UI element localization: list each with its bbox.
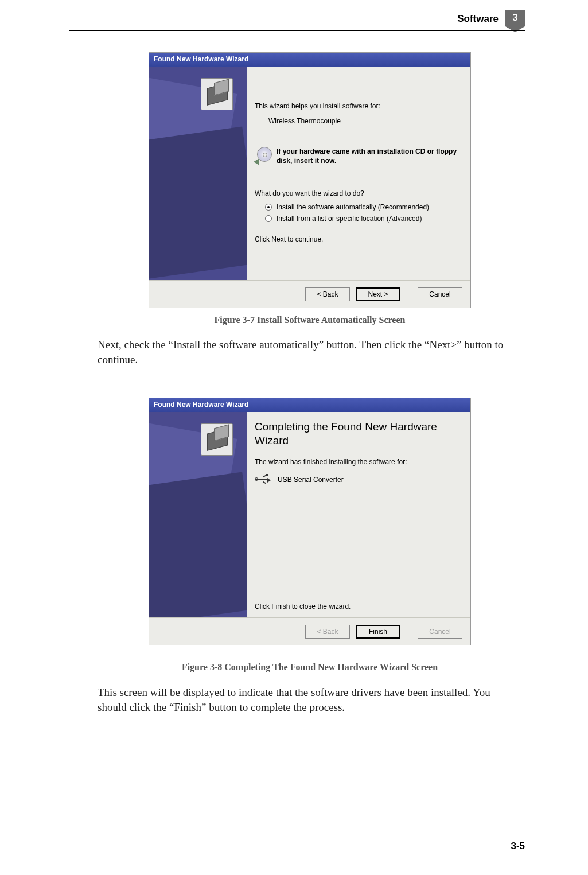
wizard-install-auto: Found New Hardware Wizard This wizard he… — [149, 52, 471, 308]
paragraph-after-fig-3-8: This screen will be displayed to indicat… — [98, 685, 511, 714]
cancel-button: Cancel — [418, 625, 462, 639]
radio-install-list[interactable]: Install from a list or specific location… — [265, 215, 462, 223]
finish-button[interactable]: Finish — [356, 625, 400, 639]
cancel-button[interactable]: Cancel — [418, 287, 462, 301]
page-number: 3-5 — [511, 841, 525, 852]
cd-hint-text: If your hardware came with an installati… — [277, 147, 462, 165]
chapter-tab: 3 — [505, 10, 525, 28]
paragraph-after-fig-3-7: Next, check the “Install the software au… — [98, 337, 511, 367]
back-button: < Back — [305, 625, 350, 639]
wizard1-click-next: Click Next to continue. — [255, 235, 462, 243]
radio-install-list-label: Install from a list or specific location… — [277, 215, 422, 223]
chapter-number: 3 — [505, 13, 525, 23]
wizard2-content: Completing the Found New Hardware Wizard… — [247, 412, 470, 617]
radio-dot-icon — [265, 215, 272, 222]
next-button[interactable]: Next > — [356, 287, 400, 301]
wizard1-question: What do you want the wizard to do? — [255, 189, 462, 197]
back-button[interactable]: < Back — [305, 287, 350, 301]
figure-3-7-caption: Figure 3-7 Install Software Automaticall… — [149, 315, 471, 325]
wizard1-intro: This wizard helps you install software f… — [255, 102, 462, 110]
header-label: Software — [457, 13, 499, 25]
wizard2-footer: < Back Finish Cancel — [149, 617, 470, 645]
device-icon — [201, 78, 233, 110]
wizard2-device-name: USB Serial Converter — [278, 476, 344, 484]
wizard1-content: This wizard helps you install software f… — [247, 67, 470, 280]
wizard2-subtext: The wizard has finished installing the s… — [255, 458, 462, 466]
radio-install-auto[interactable]: Install the software automatically (Reco… — [265, 203, 462, 211]
page-header: Software 3 — [457, 10, 525, 28]
radio-install-auto-label: Install the software automatically (Reco… — [277, 203, 429, 211]
wizard-completing: Found New Hardware Wizard Completing the… — [149, 398, 471, 645]
wizard2-click-finish: Click Finish to close the wizard. — [255, 602, 351, 610]
wizard2-heading: Completing the Found New Hardware Wizard — [255, 420, 462, 448]
device-icon — [201, 423, 233, 456]
header-divider — [69, 30, 525, 31]
wizard2-titlebar: Found New Hardware Wizard — [149, 398, 470, 412]
cd-icon — [255, 147, 274, 164]
wizard1-footer: < Back Next > Cancel — [149, 280, 470, 308]
radio-dot-icon — [265, 204, 272, 211]
wizard1-titlebar: Found New Hardware Wizard — [149, 53, 470, 67]
usb-icon — [255, 474, 272, 485]
wizard2-sidebar — [149, 412, 247, 617]
figure-3-8-caption: Figure 3-8 Completing The Found New Hard… — [149, 662, 471, 672]
wizard1-sidebar — [149, 67, 247, 280]
wizard1-device-name: Wireless Thermocouple — [268, 117, 462, 125]
